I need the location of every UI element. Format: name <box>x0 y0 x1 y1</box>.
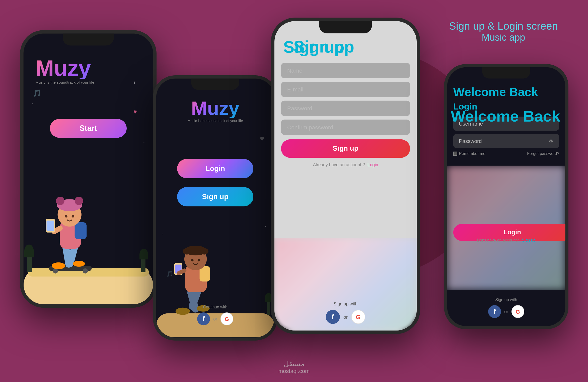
signup-with-4-text: Sign up with <box>447 298 565 302</box>
phone-3-social: Sign up with f or G <box>274 302 417 324</box>
phone-4-screen: Welcome Back Login Username Password 👁 R… <box>447 67 565 326</box>
remember-checkbox[interactable] <box>453 151 457 155</box>
watermark-arabic: مستقل <box>278 360 310 368</box>
login-nav-button[interactable]: Login <box>177 159 253 178</box>
phone-3-signup: Sign up Name E-mail Password Confirm pas… <box>271 18 420 334</box>
social-buttons-4: f or G <box>447 305 565 318</box>
phone-2-app-name: Muzy <box>188 99 243 118</box>
phone-2-selection: Muzy Music is the soundtrack of your lif… <box>153 75 277 341</box>
phone-2-notch <box>191 79 239 90</box>
already-text: Already have an account ? <box>313 162 365 167</box>
facebook-btn-2[interactable]: f <box>197 312 210 325</box>
welcome-back-heading: Welcome Back <box>451 108 560 125</box>
google-btn-4[interactable]: G <box>511 305 524 318</box>
signup-submit-btn[interactable]: Sign up <box>281 139 410 158</box>
character-2 <box>164 221 229 317</box>
phone-1-start: Muzy Music is the soundtrack of your lif… <box>20 30 157 308</box>
no-account-text: Don't have an account? <box>477 238 519 243</box>
phone-1-screen: Muzy Music is the soundtrack of your lif… <box>24 34 153 304</box>
phone-1-app-name: Muzy <box>35 57 153 79</box>
svg-point-33 <box>191 259 194 261</box>
signup-form: Name E-mail Password Confirm password Si… <box>281 63 410 171</box>
google-btn-2[interactable]: G <box>220 312 233 325</box>
or-text-3: or <box>343 314 348 319</box>
social-buttons-3: f or G <box>274 310 417 324</box>
remember-forgot-row: Remember me Forgot password? <box>453 151 559 156</box>
svg-point-32 <box>200 248 208 255</box>
already-account-row: Already have an account ? Login <box>281 162 410 167</box>
social-buttons-2: f or G <box>156 312 274 325</box>
phone-2-logo: Muzy Music is the soundtrack of your lif… <box>188 99 243 123</box>
phone-3-notch <box>319 21 372 33</box>
tree-top-1 <box>24 244 34 257</box>
phone-3-screen: Sign up Name E-mail Password Confirm pas… <box>274 21 417 331</box>
facebook-btn-4[interactable]: f <box>488 305 501 318</box>
google-btn-3[interactable]: G <box>351 310 365 324</box>
phone-1-tagline: Music is the soundtrack of your life <box>35 80 153 84</box>
phone-2-tagline: Music is the soundtrack of your life <box>188 119 243 123</box>
phone-4-login: Welcome Back Login Username Password 👁 R… <box>444 64 568 329</box>
top-label: Sign up & Login screen Music app <box>449 20 558 43</box>
watermark-url: mostaql.com <box>278 368 310 374</box>
signup-link-login[interactable]: Sign up <box>522 238 536 243</box>
star-2: • <box>32 102 33 106</box>
password-field-login[interactable]: Password 👁 <box>453 134 559 148</box>
svg-point-34 <box>198 259 200 261</box>
signup-nav-button[interactable]: Sign up <box>177 187 253 206</box>
name-field[interactable]: Name <box>281 63 410 78</box>
phone-1-notch <box>63 34 114 46</box>
eye-icon: 👁 <box>549 138 554 144</box>
signup-page-title: Sign up <box>293 37 354 56</box>
password-field-signup[interactable]: Password <box>281 101 410 116</box>
email-field[interactable]: E-mail <box>281 82 410 97</box>
note-2: ♥ <box>260 135 264 143</box>
login-link-signup[interactable]: Login <box>368 162 378 167</box>
facebook-btn-3[interactable]: f <box>326 310 340 324</box>
svg-point-31 <box>183 248 191 255</box>
confirm-password-field[interactable]: Confirm password <box>281 120 410 135</box>
star-5: • <box>162 233 163 235</box>
phone-4-notch <box>482 67 530 79</box>
remember-me-label: Remember me <box>459 151 485 156</box>
welcome-back-overlay: Welcome Back <box>451 108 560 125</box>
signup-with-text: Sign up with <box>274 302 417 306</box>
no-account-row: Don't have an account? Sign up <box>447 236 565 243</box>
phone-2-social: Continue with f or G <box>156 305 274 325</box>
remember-me-section: Remember me <box>453 151 485 156</box>
phone-1-logo: Muzy Music is the soundtrack of your lif… <box>35 57 153 304</box>
or-text-2: or <box>213 316 217 321</box>
phone-2-screen: Muzy Music is the soundtrack of your lif… <box>156 79 274 337</box>
or-text-4: or <box>504 309 508 314</box>
watermark: مستقل mostaql.com <box>278 360 310 374</box>
phone-4-social: Sign up with f or G <box>447 298 565 318</box>
forgot-password-link[interactable]: Forgot password? <box>527 151 559 156</box>
screen-subtitle: Music app <box>449 32 558 43</box>
screen-title: Sign up & Login screen <box>449 20 558 32</box>
welcome-back-title: Welcome Back <box>453 85 559 99</box>
start-button[interactable]: Start <box>50 119 127 138</box>
continue-with-text: Continue with <box>156 305 274 309</box>
star-4: • <box>265 225 266 228</box>
